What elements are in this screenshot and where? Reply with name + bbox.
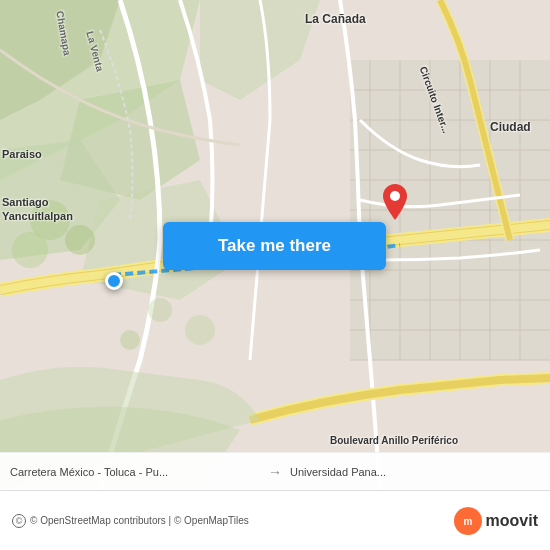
map-container: La Cañada Paraiso SantiagoYancuitlalpan … (0, 0, 550, 490)
svg-point-19 (65, 225, 95, 255)
moovit-logo: m moovit (454, 507, 538, 535)
origin-marker (105, 272, 123, 290)
attribution-area: © © OpenStreetMap contributors | © OpenM… (12, 514, 454, 528)
moovit-brand-text: moovit (486, 512, 538, 530)
copyright-icon: © (12, 514, 26, 528)
direction-arrow-icon: → (268, 464, 282, 480)
svg-point-22 (185, 315, 215, 345)
svg-point-21 (148, 298, 172, 322)
moovit-icon: m (454, 507, 482, 535)
take-me-there-button[interactable]: Take me there (163, 222, 386, 270)
svg-text:m: m (463, 516, 472, 527)
svg-point-20 (12, 232, 48, 268)
svg-point-24 (390, 191, 400, 201)
moovit-logo-icon: m (459, 512, 477, 530)
direction-bar: Carretera México - Toluca - Pu... → Univ… (0, 452, 550, 490)
destination-pin-icon (383, 184, 407, 220)
svg-point-23 (120, 330, 140, 350)
attribution-text: © OpenStreetMap contributors | © OpenMap… (30, 515, 249, 526)
direction-from: Carretera México - Toluca - Pu... (10, 466, 260, 478)
bottom-bar: © © OpenStreetMap contributors | © OpenM… (0, 490, 550, 550)
direction-to: Universidad Pana... (290, 466, 540, 478)
